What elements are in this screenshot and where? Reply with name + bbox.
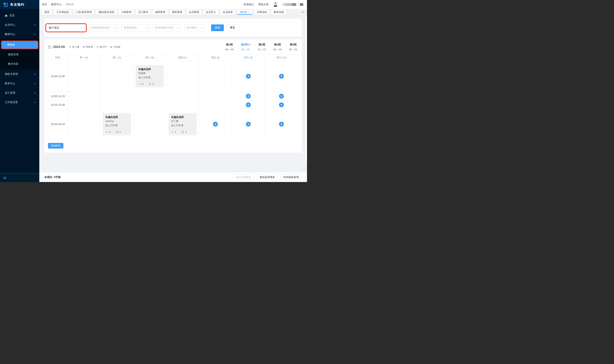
copy-week-button[interactable]: 复制该周课表 [257, 174, 278, 180]
chevron-down-icon [114, 27, 117, 28]
slot-tue-2 [100, 92, 133, 101]
sidebar-item-label: 教学内容 [8, 62, 18, 66]
course-stats: 1 1 [171, 130, 194, 133]
legend-item-in-progress: 进行中 [97, 45, 107, 49]
check-icon [105, 131, 108, 133]
teaching-content-select[interactable]: 请选择教学内容 [153, 25, 182, 31]
add-course-button[interactable]: + [246, 94, 251, 99]
schedule-grid: 时间 周一 (4) 周二 (5) 周三 (6) 周四 (7) 周五 (8) 周六… [48, 55, 298, 139]
teacher-select[interactable]: 请选择授课老师 [89, 25, 119, 31]
add-course-button[interactable]: + [246, 102, 251, 107]
tab-card-type-management[interactable]: 卡种管理 [119, 10, 134, 15]
week-range: 25 – 01 [289, 48, 297, 51]
add-time-button[interactable]: 添加时间 [48, 143, 63, 149]
tab-teacher-management[interactable]: 老师管理 [152, 10, 168, 15]
tab-home[interactable]: 首页 [42, 10, 52, 15]
course-select[interactable]: 请选择课程 [121, 25, 150, 31]
sidebar-item-course-management[interactable]: 课程管理 [0, 50, 39, 59]
search-button[interactable]: 查询 [211, 25, 224, 31]
calendar-icon [48, 45, 51, 49]
week-tab-1[interactable]: 第1周 28 – 03 [225, 43, 234, 51]
scrollbar[interactable] [306, 16, 307, 162]
tab-rules-agreement[interactable]: 规则/协议设置 [96, 10, 117, 15]
week-tab-2-active[interactable]: 第2周 04 – 10 [241, 43, 250, 51]
sidebar-item-staff-management[interactable]: 员工管理 [0, 88, 39, 98]
publish-week-button[interactable]: 发布该周课程 [233, 174, 254, 180]
add-course-button[interactable]: + [213, 122, 218, 127]
week-tab-5[interactable]: 第5周 25 – 01 [289, 43, 297, 51]
add-course-button[interactable]: + [279, 102, 284, 107]
sidebar-item-member-center[interactable]: 会员中心 [0, 20, 39, 30]
teaching-content-select-placeholder: 请选择教学内容 [155, 26, 173, 29]
course-card-wed[interactable]: 有趣的老师 民族舞 成人日常课 0 [136, 65, 164, 87]
signed-count: 0 [105, 130, 111, 133]
collapse-sidebar-icon[interactable] [3, 176, 7, 179]
chevron-down-icon [34, 74, 36, 75]
store-select[interactable]: 魅力城店 [46, 25, 85, 31]
add-course-button[interactable]: + [279, 74, 284, 79]
footer-bar: 本周共: 3节课 发布该周课程 复制该周课表 时间模板管理 [39, 172, 307, 182]
chevron-down-icon [34, 102, 36, 103]
add-course-button[interactable]: + [246, 122, 251, 127]
close-icon[interactable]: × [249, 11, 250, 13]
slot-mon-2 [68, 92, 100, 101]
chevron-down-icon [34, 92, 36, 94]
tab-course-management[interactable]: 课程管理 [169, 10, 185, 15]
divider [105, 129, 128, 129]
time-template-button[interactable]: 时间模板管理 [280, 174, 302, 180]
slot-tue-4: 有趣的老师 Jacking 成人日常课 0 [100, 109, 133, 139]
slot-sun-1: + [265, 61, 298, 92]
booking-status-select[interactable]: 是否预约 [184, 25, 205, 31]
user-name-redacted[interactable] [282, 3, 303, 6]
tab-teaching-content[interactable]: 教学内容 [271, 10, 287, 15]
add-course-button[interactable]: + [279, 94, 284, 99]
sidebar-item-schedule[interactable]: 课程表 [2, 41, 38, 49]
tab-member-management[interactable]: 会员管理 [186, 10, 202, 15]
clock-icon [116, 131, 118, 133]
sidebar-item-teaching-content[interactable]: 教学内容 [0, 59, 39, 69]
time-label: 19:03-20:03 [48, 109, 68, 139]
add-course-button[interactable]: + [246, 74, 251, 79]
tab-store-campus-management[interactable]: 门店/校区管理 [73, 10, 94, 15]
sidebar-item-teaching-research-center[interactable]: 教研中心 [0, 30, 39, 39]
logo[interactable]: 有去预约 [0, 0, 39, 9]
tab-schedule-active[interactable]: 课程表 × [237, 10, 253, 15]
week-tab-4[interactable]: 第4周 18 – 24 [273, 43, 281, 51]
tabbar: 首页 工作室信息 门店/校区管理 规则/协议设置 卡种管理 员工账号 老师管理 … [39, 9, 307, 16]
tab-overflow-caret[interactable] [302, 12, 305, 13]
course-card-thu[interactable]: 有趣的老师 拉丁舞 成人日常课 1 [168, 113, 197, 135]
sidebar-footer [0, 174, 39, 182]
sidebar-item-course-card-management[interactable]: 课程卡管理 [0, 69, 39, 79]
sidebar-item-label: 课程卡管理 [5, 73, 34, 76]
tab-member-import[interactable]: 会员导入 [203, 10, 219, 15]
help-docs-link[interactable]: 帮助文档 [258, 3, 268, 6]
plus-icon: + [247, 75, 249, 78]
sidebar-item-home[interactable]: 首页 [0, 11, 39, 20]
sidebar-submenu: 课程表 课程管理 教学内容 [0, 39, 39, 69]
contact-us-link[interactable]: 联系我们 [244, 3, 254, 6]
status-dot [83, 46, 84, 48]
course-name: 拉丁舞 [171, 119, 194, 123]
add-course-button[interactable]: + [279, 122, 284, 127]
tab-staff-account[interactable]: 员工账号 [135, 10, 151, 15]
week-tab-3[interactable]: 第3周 11 – 17 [258, 43, 266, 51]
breadcrumb-teaching-research[interactable]: 教研中心 [51, 3, 62, 6]
slot-thu-3 [166, 101, 199, 109]
sidebar-item-studio-settings[interactable]: 工作室设置 [0, 98, 39, 107]
avatar[interactable] [273, 2, 278, 7]
course-card-tue[interactable]: 有趣的老师 Jacking 成人日常课 0 [103, 113, 131, 135]
breadcrumb-separator: / [63, 3, 64, 6]
breadcrumb-home[interactable]: 首页 [42, 3, 47, 6]
chevron-up-icon [34, 34, 36, 35]
plus-icon: + [280, 103, 282, 106]
week-label: 第2周 [241, 43, 250, 46]
tab-label: 老师管理 [155, 11, 165, 14]
tab-label: 员工账号 [138, 11, 148, 14]
slot-mon-3 [68, 101, 100, 109]
tab-member-settings[interactable]: 会员设置 [220, 10, 236, 15]
status-dot [97, 46, 98, 48]
sidebar-item-finance-center[interactable]: 财务中心 [0, 79, 39, 88]
tab-studio-info[interactable]: 工作室信息 [54, 10, 72, 15]
tab-suspend-freeze[interactable]: 停课冻结 [254, 10, 270, 15]
reset-button[interactable]: 重置 [226, 25, 239, 31]
